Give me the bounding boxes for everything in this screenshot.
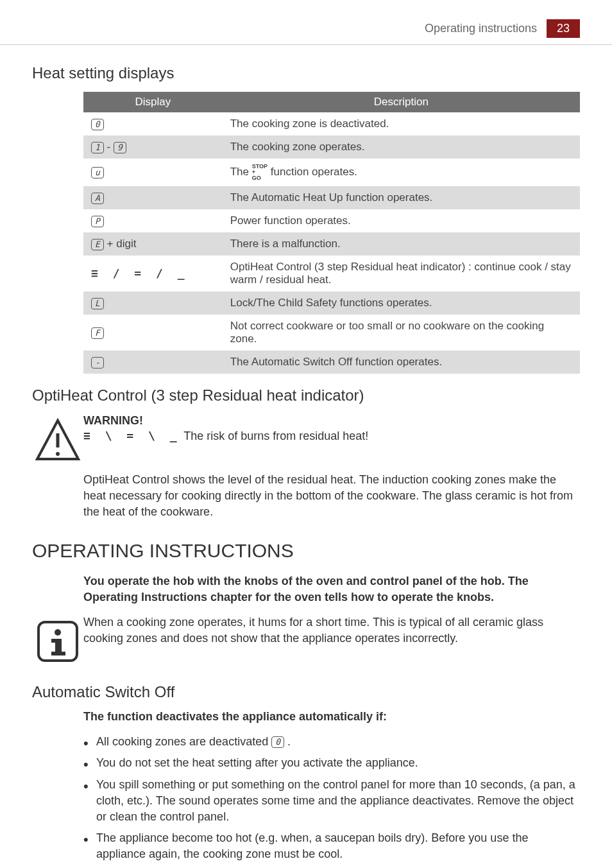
svg-point-1 (56, 452, 60, 456)
page-number-badge: 23 (547, 19, 580, 38)
col-description-header: Description (223, 92, 580, 112)
residual-heat-symbols: ≡ \ = \ _ (83, 429, 181, 442)
display-cell: A (83, 186, 223, 209)
optiheat-body: OptiHeat Control shows the level of the … (83, 472, 580, 521)
description-cell: The STOP+GO function operates. (223, 159, 580, 186)
table-row: AThe Automatic Heat Up function operates… (83, 186, 580, 209)
description-cell: Lock/The Child Safety functions operates… (223, 291, 580, 315)
description-cell: OptiHeat Control (3 step Residual heat i… (223, 256, 580, 291)
operating-intro: You operate the hob with the knobs of th… (83, 573, 580, 605)
page-content: Heat setting displays Display Descriptio… (0, 45, 612, 868)
display-cell: ≡ / = / _ (83, 256, 223, 291)
auto-off-heading: Automatic Switch Off (32, 683, 580, 701)
table-row: LLock/The Child Safety functions operate… (83, 291, 580, 315)
info-text: When a cooking zone operates, it hums fo… (83, 614, 580, 647)
description-cell: Power function operates. (223, 209, 580, 232)
display-cell: 0 (83, 112, 223, 135)
description-cell: The Automatic Heat Up function operates. (223, 186, 580, 209)
info-block: When a cooking zone operates, it hums fo… (32, 614, 580, 667)
display-cell: F (83, 315, 223, 351)
list-item: The appliance become too hot (e.g. when,… (83, 830, 580, 862)
zero-symbol-icon: 0 (271, 736, 284, 748)
info-icon (32, 614, 83, 667)
description-cell: The cooking zone is deactivated. (223, 112, 580, 135)
list-item: You do not set the heat setting after yo… (83, 755, 580, 771)
table-row: 1 - 9The cooking zone operates. (83, 135, 580, 159)
display-cell: P (83, 209, 223, 232)
display-cell: - (83, 351, 223, 374)
svg-point-3 (55, 629, 61, 636)
optiheat-heading: OptiHeat Control (3 step Residual heat i… (32, 386, 580, 404)
warning-block: WARNING! ≡ \ = \ _ The risk of burns fro… (32, 414, 580, 467)
table-row: E + digitThere is a malfunction. (83, 232, 580, 256)
description-cell: There is a malfunction. (223, 232, 580, 256)
warning-text: ≡ \ = \ _ The risk of burns from residua… (83, 428, 580, 444)
list-item: You spill something or put something on … (83, 777, 580, 826)
display-cell: L (83, 291, 223, 315)
list-item: All cooking zones are deactivated 0 . (83, 734, 580, 750)
description-cell: The Automatic Switch Off function operat… (223, 351, 580, 374)
header-section-title: Operating instructions (425, 22, 537, 35)
col-display-header: Display (83, 92, 223, 112)
warning-icon (32, 414, 83, 467)
description-cell: The cooking zone operates. (223, 135, 580, 159)
table-row: PPower function operates. (83, 209, 580, 232)
auto-off-subheading: The function deactivates the appliance a… (83, 709, 580, 725)
display-cell: u (83, 159, 223, 186)
warning-title: WARNING! (83, 414, 580, 428)
auto-off-list: All cooking zones are deactivated 0 . Yo… (83, 734, 580, 862)
display-cell: E + digit (83, 232, 223, 256)
table-row: -The Automatic Switch Off function opera… (83, 351, 580, 374)
page-header: Operating instructions 23 (0, 0, 612, 45)
svg-rect-6 (51, 652, 65, 655)
table-row: ≡ / = / _OptiHeat Control (3 step Residu… (83, 256, 580, 291)
heat-setting-table: Display Description 0The cooking zone is… (83, 92, 580, 374)
table-row: uThe STOP+GO function operates. (83, 159, 580, 186)
table-row: 0The cooking zone is deactivated. (83, 112, 580, 135)
heat-setting-heading: Heat setting displays (32, 64, 580, 82)
display-cell: 1 - 9 (83, 135, 223, 159)
description-cell: Not correct cookware or too small or no … (223, 315, 580, 351)
table-row: FNot correct cookware or too small or no… (83, 315, 580, 351)
operating-heading: OPERATING INSTRUCTIONS (32, 540, 580, 562)
